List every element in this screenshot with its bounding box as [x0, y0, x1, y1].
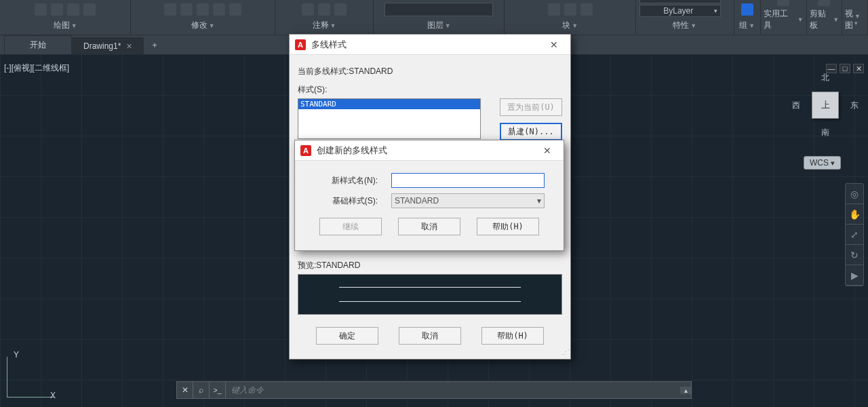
stretch-icon[interactable]: [197, 3, 209, 16]
cmdline-close-icon[interactable]: ✕: [177, 382, 193, 398]
copy-icon[interactable]: [180, 3, 193, 16]
close-icon[interactable]: ✕: [536, 145, 558, 156]
new-button[interactable]: 新建(N)...: [500, 123, 562, 140]
chevron-down-icon[interactable]: ▼: [797, 16, 804, 23]
dialog-title: 创建新的多线样式: [317, 144, 536, 157]
ribbon-group-layer: 图层▼: [374, 0, 505, 35]
ucs-x-label: X: [50, 391, 56, 400]
scale-icon[interactable]: [213, 3, 225, 16]
ribbon-label-util: 实用工具: [764, 8, 796, 31]
ok-button[interactable]: 确定: [316, 327, 378, 345]
color-dropdown[interactable]: [639, 0, 721, 3]
ucs-y-label: Y: [14, 350, 19, 360]
chevron-down-icon[interactable]: ▼ ▾: [854, 13, 861, 26]
array-icon[interactable]: [229, 3, 241, 16]
showmotion-icon[interactable]: ▶: [846, 265, 863, 286]
app-icon: A: [300, 145, 311, 156]
line-icon[interactable]: [35, 3, 47, 16]
fullnav-icon[interactable]: ◎: [846, 184, 863, 204]
current-style-label: 当前多线样式:STANDARD: [298, 66, 562, 77]
dialog-titlebar[interactable]: A 多线样式 ✕: [290, 35, 570, 55]
edit-icon[interactable]: [580, 3, 593, 16]
maximize-button[interactable]: □: [840, 64, 850, 73]
dialog-title: 多线样式: [311, 39, 543, 51]
move-icon[interactable]: [164, 3, 176, 16]
app-icon: A: [295, 39, 306, 50]
ribbon-group-group: 组▼: [734, 0, 761, 35]
ribbon-group-prop: ByLayer 特性▼: [636, 0, 734, 35]
orbit-icon[interactable]: ↻: [846, 245, 863, 265]
viewcube-north[interactable]: 北: [821, 72, 829, 83]
insert-icon[interactable]: [548, 3, 560, 16]
ribbon-group-util: 实用工具▼: [761, 0, 807, 35]
command-line[interactable]: ✕ ⌕ >_ 键入命令 ▴: [176, 381, 692, 399]
chevron-down-icon: ▾: [537, 196, 541, 206]
group-icon[interactable]: [741, 3, 753, 16]
chevron-down-icon[interactable]: ▼: [330, 22, 336, 29]
chevron-down-icon[interactable]: ▼: [209, 22, 215, 29]
styles-label: 样式(S):: [298, 84, 562, 96]
dialog-new-mline-style: A 创建新的多线样式 ✕ 新样式名(N): 基础样式(S): STANDARD▾…: [294, 140, 564, 251]
cmdline-prompt-icon: >_: [210, 382, 226, 398]
tab-drawing1[interactable]: Drawing1*✕: [72, 37, 144, 54]
circle-icon[interactable]: [51, 3, 63, 16]
cmdline-history-icon[interactable]: ▴: [680, 387, 691, 394]
paste-icon[interactable]: [818, 0, 830, 6]
close-icon[interactable]: ✕: [543, 39, 565, 50]
chevron-down-icon[interactable]: ▼: [690, 22, 696, 29]
resize-grip-icon[interactable]: ⋰: [562, 348, 568, 357]
chevron-down-icon[interactable]: ▼: [749, 22, 755, 29]
text-icon[interactable]: [302, 3, 314, 16]
base-style-label: 基础样式(S):: [303, 195, 378, 207]
create-icon[interactable]: [564, 3, 576, 16]
base-style-dropdown[interactable]: STANDARD▾: [391, 193, 545, 208]
linetype-dropdown[interactable]: ByLayer: [639, 5, 721, 17]
help-button[interactable]: 帮助(H): [481, 327, 544, 345]
arc-icon[interactable]: [67, 3, 79, 16]
new-name-label: 新样式名(N):: [303, 175, 378, 187]
viewcube-west[interactable]: 西: [792, 100, 800, 111]
ribbon-group-annot: 注释▼: [275, 0, 374, 35]
rect-icon[interactable]: [83, 3, 96, 16]
list-item[interactable]: STANDARD: [298, 99, 480, 109]
new-name-input[interactable]: [391, 173, 545, 188]
ribbon-group-clip: 剪贴板▼: [807, 0, 842, 35]
viewcube-south[interactable]: 南: [821, 127, 829, 138]
help-button[interactable]: 帮助(H): [477, 218, 539, 235]
preview-label: 预览:STANDARD: [298, 260, 562, 271]
continue-button[interactable]: 继续: [319, 218, 382, 235]
navigation-bar: ◎ ✋ ⤢ ↻ ▶: [845, 183, 864, 286]
pan-icon[interactable]: ✋: [846, 204, 863, 225]
layer-dropdown[interactable]: [384, 3, 493, 16]
dim-icon[interactable]: [318, 3, 330, 16]
ribbon-label-draw: 绘图: [54, 20, 70, 31]
viewcube-east[interactable]: 东: [850, 100, 859, 111]
close-icon[interactable]: ✕: [126, 42, 132, 51]
command-input[interactable]: 键入命令: [226, 385, 680, 396]
ribbon-label-block: 块: [562, 20, 570, 31]
chevron-down-icon[interactable]: ▼: [572, 22, 578, 29]
table-icon[interactable]: [334, 3, 347, 16]
viewport-label[interactable]: [-][俯视][二维线框]: [4, 62, 69, 74]
tab-start[interactable]: 开始: [4, 35, 72, 54]
chevron-down-icon[interactable]: ▼: [445, 22, 451, 29]
ribbon-label-annot: 注释: [313, 20, 329, 31]
cancel-button[interactable]: 取消: [399, 327, 461, 345]
dialog-titlebar[interactable]: A 创建新的多线样式 ✕: [295, 140, 564, 161]
cmdline-recent-icon[interactable]: ⌕: [193, 382, 210, 398]
chevron-down-icon[interactable]: ▼: [71, 22, 77, 29]
close-button[interactable]: ✕: [853, 64, 864, 73]
measure-icon[interactable]: [777, 0, 789, 6]
cancel-button[interactable]: 取消: [398, 218, 460, 235]
ribbon-label-modify: 修改: [191, 20, 208, 31]
ribbon-label-group: 组: [739, 20, 747, 31]
wcs-button[interactable]: WCS ▾: [804, 156, 841, 170]
viewcube-top[interactable]: 上: [812, 92, 839, 119]
viewcube[interactable]: 北 南 东 西 上: [795, 75, 856, 136]
styles-listbox[interactable]: STANDARD: [298, 98, 481, 139]
new-tab-button[interactable]: ＋: [144, 36, 165, 54]
zoom-icon[interactable]: ⤢: [846, 225, 863, 245]
ribbon-label-layer: 图层: [427, 20, 443, 31]
set-current-button[interactable]: 置为当前(U): [500, 98, 562, 116]
chevron-down-icon[interactable]: ▼: [833, 16, 839, 23]
